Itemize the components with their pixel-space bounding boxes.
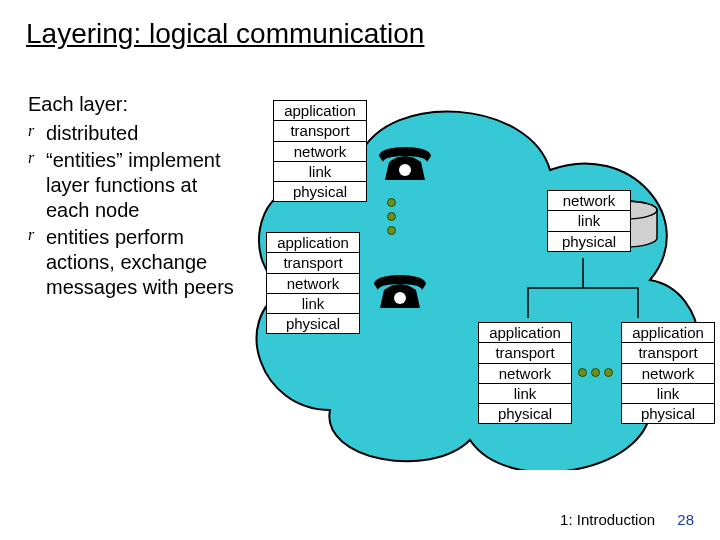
- layer-row: physical: [548, 232, 630, 251]
- layer-row: link: [622, 384, 714, 404]
- layer-stack-host-d: application transport network link physi…: [621, 322, 715, 424]
- bullet-item: rentities perform actions, exchange mess…: [28, 225, 238, 300]
- layer-row: network: [479, 364, 571, 384]
- layer-row: transport: [479, 343, 571, 363]
- connection-dots: [578, 368, 613, 377]
- layer-stack-host-a: application transport network link physi…: [273, 100, 367, 202]
- bullet-marker: r: [28, 148, 46, 168]
- layer-stack-host-b: application transport network link physi…: [266, 232, 360, 334]
- slide-footer: 1: Introduction 28: [560, 511, 694, 528]
- layer-row: link: [274, 162, 366, 182]
- layer-row: network: [622, 364, 714, 384]
- layer-row: link: [479, 384, 571, 404]
- bullet-item: r“entities” implement layer functions at…: [28, 148, 238, 223]
- layer-row: network: [267, 274, 359, 294]
- layer-row: transport: [274, 121, 366, 141]
- slide-title: Layering: logical communication: [26, 18, 424, 50]
- layer-stack-host-c: application transport network link physi…: [478, 322, 572, 424]
- chapter-label: 1: Introduction: [560, 511, 655, 528]
- layer-row: transport: [622, 343, 714, 363]
- layer-stack-router: network link physical: [547, 190, 631, 252]
- layer-row: physical: [267, 314, 359, 333]
- layer-row: physical: [622, 404, 714, 423]
- layer-row: application: [267, 233, 359, 253]
- phone-icon: [375, 140, 435, 186]
- lead-line: Each layer:: [28, 92, 238, 117]
- layer-row: transport: [267, 253, 359, 273]
- layer-row: link: [267, 294, 359, 314]
- bullet-text: entities perform actions, exchange messa…: [46, 225, 238, 300]
- bullet-marker: r: [28, 225, 46, 245]
- bullet-text: distributed: [46, 121, 238, 146]
- page-number: 28: [677, 511, 694, 528]
- bullet-marker: r: [28, 121, 46, 141]
- bullet-text: “entities” implement layer functions at …: [46, 148, 238, 223]
- phone-icon: [370, 268, 430, 314]
- svg-point-3: [394, 292, 406, 304]
- layer-row: physical: [479, 404, 571, 423]
- layer-row: network: [274, 142, 366, 162]
- layer-row: network: [548, 191, 630, 211]
- body-text: Each layer: rdistributed r“entities” imp…: [28, 92, 238, 302]
- connection-dots: [387, 198, 396, 235]
- layer-row: application: [274, 101, 366, 121]
- svg-point-2: [399, 164, 411, 176]
- layer-row: link: [548, 211, 630, 231]
- bullet-item: rdistributed: [28, 121, 238, 146]
- layer-row: physical: [274, 182, 366, 201]
- bracket-line-icon: [508, 258, 658, 328]
